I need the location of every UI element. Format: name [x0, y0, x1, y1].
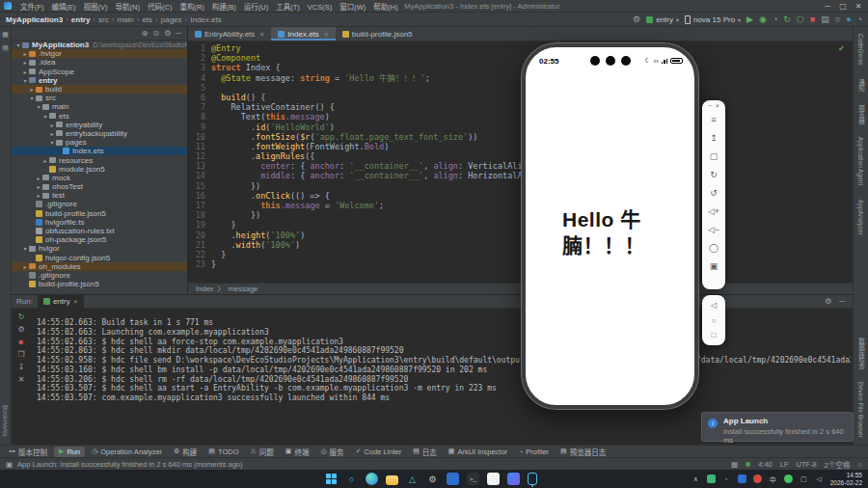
- toolwindow-button-TODO[interactable]: ▤TODO: [203, 447, 243, 457]
- toolwindow-button-服务[interactable]: ◎服务: [315, 446, 348, 458]
- close-icon[interactable]: ✕: [73, 298, 78, 305]
- tree-arrow-icon[interactable]: ▾: [21, 245, 29, 252]
- phone-emulator[interactable]: 02:55 ☾ ‹› Hello 牛腩！！！: [522, 43, 698, 409]
- tree-arrow-icon[interactable]: ▾: [41, 113, 49, 120]
- status-message[interactable]: App Launch: Install successfully finishe…: [17, 460, 242, 469]
- tree-item-AppScope[interactable]: ▸AppScope: [12, 68, 187, 76]
- tree-item-.gitignore[interactable]: .gitignore: [12, 200, 187, 208]
- settings-icon[interactable]: ⚙: [164, 29, 171, 38]
- clear-icon[interactable]: ✕: [18, 375, 25, 384]
- chat-tray-icon[interactable]: [707, 474, 716, 483]
- breadcrumb-item[interactable]: src: [98, 15, 109, 24]
- editor-breadcrumb-item[interactable]: message: [229, 285, 258, 293]
- ime-tray[interactable]: 中: [769, 474, 777, 483]
- tree-item-entryability[interactable]: ▸entryability: [12, 121, 187, 129]
- scroll-end-icon[interactable]: ↧: [18, 363, 25, 371]
- profile-icon[interactable]: ◔: [857, 15, 862, 24]
- folder-icon[interactable]: ▤: [821, 15, 829, 24]
- settings-icon[interactable]: ⚙: [825, 297, 831, 306]
- edge-icon[interactable]: [366, 473, 378, 485]
- volume-down-icon[interactable]: ◁−: [708, 221, 719, 239]
- tree-arrow-icon[interactable]: ▸: [48, 130, 56, 137]
- back-icon[interactable]: ◁: [711, 301, 717, 310]
- toolwindow-CodeGenie[interactable]: CodeGenie: [857, 34, 864, 66]
- power-icon[interactable]: ◯: [709, 239, 719, 258]
- tree-arrow-icon[interactable]: ▸: [48, 122, 56, 128]
- notifications-icon[interactable]: ▦: [731, 460, 738, 469]
- line-separator[interactable]: LF: [780, 460, 789, 469]
- tree-item-.hvigor[interactable]: ▸.hvigor: [12, 49, 187, 58]
- settings-icon[interactable]: ⚙: [17, 325, 24, 334]
- tree-arrow-icon[interactable]: ▾: [35, 103, 42, 110]
- stop-icon[interactable]: ■: [810, 15, 815, 24]
- tree-item-entrybackupability[interactable]: ▸entrybackupability: [12, 129, 187, 138]
- explorer-icon[interactable]: [386, 475, 398, 485]
- red-tray-icon[interactable]: [753, 474, 762, 483]
- lock-icon[interactable]: ⌂: [857, 460, 862, 469]
- panel-close-icon[interactable]: ×: [716, 102, 719, 109]
- profiler-icon[interactable]: ◔: [773, 15, 777, 24]
- tree-arrow-icon[interactable]: ▸: [21, 50, 29, 57]
- tree-item-module.json5[interactable]: module.json5: [12, 165, 187, 174]
- stop-icon[interactable]: ■: [19, 338, 24, 346]
- hello-message-text[interactable]: Hello 牛腩！！！: [562, 206, 661, 258]
- device-selector[interactable]: nova 15 Pro▾: [685, 15, 741, 24]
- tree-item-hvigor[interactable]: ▾hvigor: [12, 244, 187, 253]
- breadcrumb-item[interactable]: main: [117, 15, 133, 24]
- recents-icon[interactable]: □: [712, 331, 717, 339]
- minimize-button[interactable]: ─: [820, 2, 835, 11]
- toolwindow-button-预览器日志[interactable]: ▤预览器日志: [556, 446, 610, 458]
- maximize-button[interactable]: ▢: [835, 2, 851, 11]
- green-tray-icon[interactable]: [784, 474, 793, 483]
- breadcrumb-item[interactable]: Index.ets: [190, 15, 221, 24]
- bookmarks-strip-label[interactable]: Bookmarks: [2, 405, 9, 445]
- rerun-icon[interactable]: ↻: [18, 312, 25, 321]
- tree-item-build-profile.json5[interactable]: build-profile.json5: [12, 209, 187, 218]
- breadcrumb-item[interactable]: entry: [71, 15, 91, 24]
- blue-tray-icon[interactable]: [738, 474, 746, 483]
- coverage-icon[interactable]: ⬡: [797, 15, 804, 24]
- account-icon[interactable]: ●: [846, 15, 851, 24]
- tab-build-profile.json5[interactable]: build-profile.json5: [336, 27, 420, 41]
- search-icon[interactable]: ○: [835, 15, 840, 24]
- toolwindow-button-Operation Analyzer[interactable]: ◷Operation Analyzer: [87, 447, 167, 457]
- toolwindow-Application Agent[interactable]: Application Agent: [857, 137, 864, 185]
- run-icon[interactable]: ▶: [746, 15, 753, 24]
- toolwindow-button-日志[interactable]: ▤日志: [408, 446, 442, 458]
- tree-item-MyApplication3[interactable]: ▾MyApplication3D:\workspace\DevEcoStudio…: [12, 41, 187, 49]
- toolwindow-预览器[interactable]: 预览器: [856, 105, 866, 124]
- tree-item-pages[interactable]: ▾pages: [12, 138, 187, 147]
- upload-icon[interactable]: ↥: [710, 129, 718, 148]
- menu-item[interactable]: 导航(N): [112, 3, 144, 12]
- taskbar-clock[interactable]: 14:552026-02-22: [830, 472, 862, 486]
- tree-item-test[interactable]: ▸test: [12, 191, 187, 200]
- tray-expand-icon[interactable]: ∧: [692, 474, 700, 483]
- display-tray-icon[interactable]: ▢: [800, 474, 808, 483]
- breadcrumb-item[interactable]: MyApplication3: [6, 15, 63, 24]
- close-button[interactable]: ✕: [851, 2, 866, 11]
- toolwindow-stripe-icon[interactable]: ▦: [2, 31, 9, 39]
- close-icon[interactable]: ✕: [259, 31, 264, 38]
- menu-item[interactable]: 运行(U): [240, 3, 272, 12]
- emulator-app-icon[interactable]: [528, 473, 537, 485]
- hide-icon[interactable]: ─: [839, 297, 845, 306]
- toolwindow-button-Profiler[interactable]: ◔Profiler: [514, 447, 554, 457]
- toolwindow-button-问题[interactable]: ⚠问题: [246, 446, 279, 458]
- menu-item[interactable]: 视图(V): [80, 3, 112, 12]
- toolwindow-button-构建[interactable]: ⚙构建: [169, 446, 202, 458]
- tab-EntryAbility.ets[interactable]: EntryAbility.ets✕: [188, 27, 271, 41]
- toolwindow-stripe-icon[interactable]: ▤: [2, 44, 9, 52]
- tree-item-.gitignore[interactable]: .gitignore: [12, 271, 187, 280]
- tree-arrow-icon[interactable]: ▸: [35, 183, 42, 190]
- tree-item-ohosTest[interactable]: ▸ohosTest: [12, 182, 187, 191]
- onedrive-tray-icon[interactable]: ▫: [722, 474, 731, 483]
- tree-item-oh_modules[interactable]: ▸oh_modules: [12, 262, 187, 271]
- run-config-selector[interactable]: entry▾: [646, 15, 679, 24]
- panel-minimize-icon[interactable]: −: [708, 102, 712, 109]
- rotate-ccw-icon[interactable]: ↺: [710, 184, 718, 203]
- menu-item[interactable]: 构建(B): [208, 3, 240, 12]
- toolwindow-AppAnalyzer[interactable]: AppAnalyzer: [857, 200, 864, 235]
- toolwindow-button-终端[interactable]: ▣终端: [281, 446, 314, 458]
- capture-icon[interactable]: ▣: [710, 258, 719, 276]
- search-icon[interactable]: ○: [345, 473, 358, 485]
